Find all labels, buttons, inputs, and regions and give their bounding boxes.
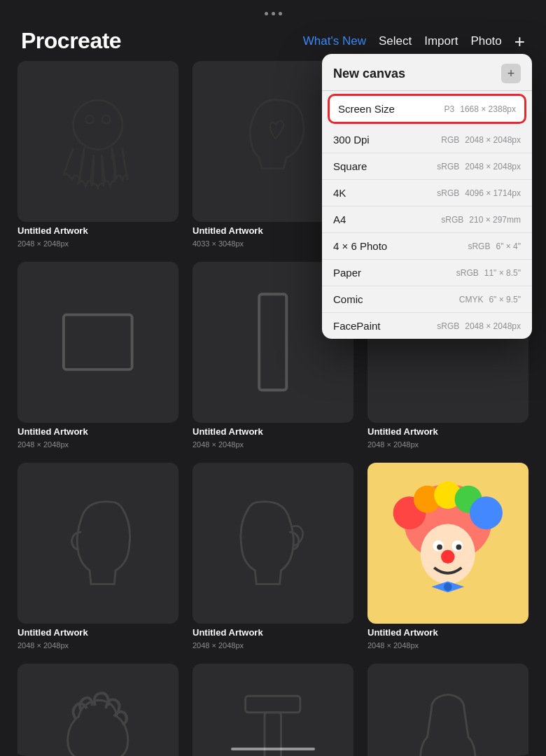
canvas-option-4k[interactable]: 4K sRGB 4096 × 1714px — [322, 180, 532, 206]
status-dot-2 — [272, 12, 275, 15]
artwork-item-7[interactable]: Untitled Artwork 2048 × 2048px — [192, 463, 354, 650]
artwork-item-6[interactable]: Untitled Artwork 2048 × 2048px — [18, 463, 178, 650]
gallery-container: Untitled Artwork 2048 × 2048px Untitled … — [0, 61, 546, 756]
status-bar — [0, 0, 546, 21]
artwork-label-4: Untitled Artwork — [192, 426, 354, 437]
artwork-size-3: 2048 × 2048px — [18, 440, 178, 449]
canvas-option-specs-300dpi: RGB 2048 × 2048px — [441, 135, 521, 145]
svg-point-16 — [441, 550, 455, 564]
artwork-thumb-11[interactable] — [368, 664, 528, 756]
nav-photo[interactable]: Photo — [470, 34, 501, 48]
artwork-label-3: Untitled Artwork — [18, 426, 178, 437]
svg-point-14 — [437, 545, 442, 550]
artwork-item-8[interactable]: Untitled Artwork 2048 × 2048px — [368, 463, 528, 650]
canvas-option-name-screen-size: Screen Size — [338, 103, 395, 115]
add-button[interactable]: + — [514, 32, 525, 50]
svg-rect-3 — [64, 315, 132, 370]
canvas-option-300dpi[interactable]: 300 Dpi RGB 2048 × 2048px — [322, 127, 532, 153]
gallery-grid: Untitled Artwork 2048 × 2048px Untitled … — [18, 61, 528, 756]
artwork-item-3[interactable]: Untitled Artwork 2048 × 2048px — [18, 262, 178, 449]
artwork-thumb-9[interactable] — [18, 664, 178, 756]
artwork-size-5: 2048 × 2048px — [368, 440, 528, 449]
app-title: Procreate — [21, 28, 121, 54]
svg-point-0 — [74, 100, 122, 149]
artwork-item-11[interactable]: Untitled Artwork 2048 × 2048px — [368, 664, 528, 756]
canvas-option-a4[interactable]: A4 sRGB 210 × 297mm — [322, 206, 532, 233]
dropdown-add-button[interactable]: + — [501, 64, 521, 83]
canvas-option-paper[interactable]: Paper sRGB 11" × 8.5" — [322, 260, 532, 286]
artwork-label-5: Untitled Artwork — [368, 426, 528, 437]
artwork-item-10[interactable]: Untitled Artwork 2048 × 2048px — [192, 664, 354, 756]
dropdown-title: New canvas — [333, 66, 405, 81]
nav-actions: What's New Select Import Photo + — [303, 32, 525, 50]
status-dot-3 — [279, 12, 282, 15]
artwork-size-8: 2048 × 2048px — [368, 641, 528, 650]
artwork-label-6: Untitled Artwork — [18, 627, 178, 638]
new-canvas-dropdown: New canvas + Screen Size P3 1668 × 2388p… — [322, 54, 532, 339]
artwork-label-8: Untitled Artwork — [368, 627, 528, 638]
artwork-label-7: Untitled Artwork — [192, 627, 354, 638]
nav-import[interactable]: Import — [424, 34, 458, 48]
svg-point-15 — [456, 545, 462, 550]
artwork-thumb-3[interactable] — [18, 262, 178, 423]
artwork-size-6: 2048 × 2048px — [18, 641, 178, 650]
artwork-size-7: 2048 × 2048px — [192, 641, 354, 650]
canvas-color-profile-screen-size: P3 — [444, 104, 455, 114]
nav-whats-new[interactable]: What's New — [303, 34, 366, 48]
artwork-size-4: 2048 × 2048px — [192, 440, 354, 449]
status-dot-1 — [265, 12, 268, 15]
canvas-option-screen-size[interactable]: Screen Size P3 1668 × 2388px — [328, 94, 526, 124]
svg-point-17 — [444, 583, 452, 592]
canvas-option-4x6photo[interactable]: 4 × 6 Photo sRGB 6" × 4" — [322, 233, 532, 260]
artwork-thumb-1[interactable] — [18, 61, 178, 222]
status-dots — [265, 12, 282, 15]
svg-rect-4 — [259, 295, 286, 391]
dropdown-header: New canvas + — [322, 54, 532, 91]
artwork-label-1: Untitled Artwork — [18, 225, 178, 236]
artwork-thumb-6[interactable] — [18, 463, 178, 624]
svg-point-10 — [470, 497, 503, 530]
artwork-item-dropdown-area: New canvas + Screen Size P3 1668 × 2388p… — [368, 61, 528, 248]
home-indicator — [231, 748, 315, 750]
svg-rect-18 — [246, 696, 300, 713]
canvas-option-name-300dpi: 300 Dpi — [333, 134, 370, 146]
artwork-thumb-7[interactable] — [192, 463, 354, 624]
artwork-item-9[interactable]: Untitled Artwork 2048 × 2048px — [18, 664, 178, 756]
svg-point-2 — [102, 115, 111, 124]
svg-point-1 — [85, 115, 94, 124]
canvas-option-comic[interactable]: Comic CMYK 6" × 9.5" — [322, 286, 532, 313]
canvas-option-specs-screen-size: P3 1668 × 2388px — [444, 104, 516, 114]
canvas-dimensions-screen-size: 1668 × 2388px — [460, 104, 516, 114]
artwork-thumb-10[interactable] — [192, 664, 354, 756]
nav-select[interactable]: Select — [379, 34, 412, 48]
artwork-thumb-8[interactable] — [368, 463, 528, 624]
artwork-item-1[interactable]: Untitled Artwork 2048 × 2048px — [18, 61, 178, 248]
canvas-option-square[interactable]: Square sRGB 2048 × 2048px — [322, 153, 532, 180]
artwork-size-1: 2048 × 2048px — [18, 239, 178, 248]
canvas-option-facepaint[interactable]: FacePaint sRGB 2048 × 2048px — [322, 313, 532, 339]
